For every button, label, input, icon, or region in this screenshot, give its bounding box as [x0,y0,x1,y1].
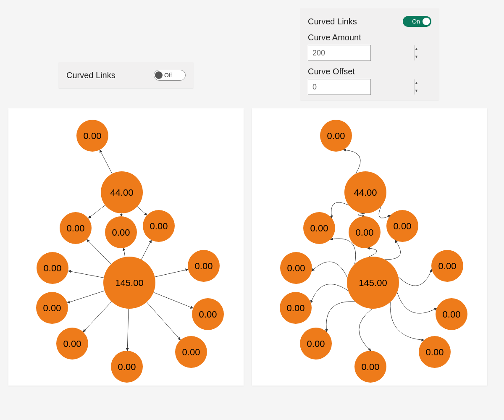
curve-offset-stepper[interactable]: ▲ ▼ [308,79,371,95]
link-edge [331,202,349,218]
stepper-down-icon[interactable]: ▼ [415,87,418,95]
graph-node-label: 0.00 [438,261,457,271]
graph-node-label: 0.00 [426,347,444,357]
link-edge [88,205,105,218]
link-edge [397,292,437,313]
graph-node-label: 145.00 [359,278,387,288]
link-edge [379,207,391,218]
graph-node-label: 0.00 [150,221,168,231]
graph-node-label: 0.00 [182,347,200,357]
curve-amount-stepper[interactable]: ▲ ▼ [308,45,371,61]
toggle-state-label: On [412,18,420,25]
graph-node-label: 0.00 [443,309,461,320]
link-edge [123,248,125,257]
graph-node-label: 44.00 [354,187,377,198]
curved-links-toggle-on[interactable]: On [403,16,431,27]
graph-node-label: 0.00 [394,221,412,231]
graph-node-label: 44.00 [110,187,133,198]
graph-node-label: 0.00 [199,309,217,320]
link-edge [390,302,424,340]
curved-links-panel-on: Curved Links On Curve Amount ▲ ▼ Curve O… [300,8,439,100]
link-edge [68,271,104,278]
link-edge [100,150,112,174]
graph-node-label: 0.00 [43,303,61,313]
curved-links-toggle-off[interactable]: Off [154,70,186,81]
graph-node-label: 0.00 [63,339,81,349]
graph-straight-links: 0.0044.000.000.000.000.000.00145.000.000… [8,108,244,386]
graph-node-label: 0.00 [67,223,85,234]
link-edge [359,309,373,351]
graph-node-label: 0.00 [362,362,380,372]
graph-node-label: 0.00 [310,223,328,234]
toggle-knob-icon [423,18,430,25]
link-edge [137,207,147,215]
panel-title: Curved Links [66,71,116,80]
curve-amount-label: Curve Amount [308,33,431,42]
link-edge [311,284,348,303]
link-edge [358,213,365,216]
graph-node-label: 0.00 [307,339,325,349]
link-edge [127,309,129,351]
link-edge [147,302,180,340]
link-edge [67,291,105,303]
link-edge [155,269,188,277]
toggle-knob-icon [155,71,163,79]
panel-title: Curved Links [308,17,357,26]
graph-node-label: 0.00 [327,131,345,141]
graph-node-label: 0.00 [287,263,305,273]
graph-node-label: 0.00 [118,362,136,372]
graph-node-label: 0.00 [356,227,374,238]
link-edge [312,262,347,278]
link-edge [326,302,355,332]
curve-amount-input[interactable] [308,45,414,60]
graph-node-label: 145.00 [115,278,143,288]
stepper-down-icon[interactable]: ▼ [415,53,418,61]
link-edge [87,239,111,264]
graph-node-label: 0.00 [287,303,305,313]
link-edge [343,150,360,174]
graph-node-label: 0.00 [112,227,130,238]
stepper-up-icon[interactable]: ▲ [415,45,418,53]
graph-curved-links: 0.0044.000.000.000.000.000.00145.000.000… [252,108,487,386]
link-edge [331,239,356,264]
graph-node-label: 0.00 [195,261,213,271]
curve-offset-input[interactable] [308,79,414,94]
curve-offset-label: Curve Offset [308,67,431,76]
link-edge [154,292,193,308]
stepper-up-icon[interactable]: ▲ [415,79,418,87]
toggle-state-label: Off [164,72,172,79]
graph-node-label: 0.00 [84,131,102,141]
link-edge [142,240,152,260]
link-edge [367,248,377,257]
link-edge [385,240,401,260]
link-edge [83,302,112,332]
graph-node-label: 0.00 [44,263,62,273]
curved-links-panel-off: Curved Links Off [59,62,193,88]
link-edge [398,269,431,286]
